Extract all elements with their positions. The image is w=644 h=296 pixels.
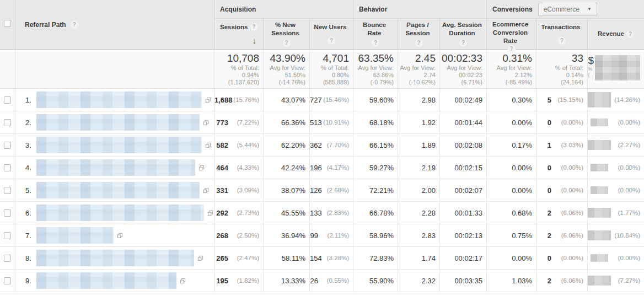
metric-headers: Acquisition Behavior Conversions eCommer… bbox=[214, 0, 644, 49]
row-checkbox[interactable] bbox=[4, 119, 11, 126]
sessions-percent: (5.44%) bbox=[228, 142, 259, 148]
ecommerce-conversion-rate-cell: 0.00% bbox=[486, 179, 536, 201]
help-icon[interactable]: ? bbox=[328, 37, 335, 45]
open-in-new-icon[interactable] bbox=[117, 233, 123, 239]
open-in-new-icon[interactable] bbox=[203, 187, 209, 193]
help-icon[interactable]: ? bbox=[626, 30, 634, 38]
sessions-cell: 331 (3.09%) bbox=[214, 179, 263, 201]
column-header-sessions[interactable]: Sessions ? ↓ bbox=[214, 19, 263, 49]
avg-session-duration-value: 00:01:33 bbox=[454, 209, 482, 217]
row-checkbox[interactable] bbox=[4, 209, 11, 217]
row-checkbox[interactable] bbox=[4, 255, 11, 262]
help-icon[interactable]: ? bbox=[372, 39, 379, 47]
new-users-percent: (7.70%) bbox=[322, 142, 349, 148]
open-in-new-icon[interactable] bbox=[205, 142, 211, 148]
column-header-revenue[interactable]: Revenue ? bbox=[587, 19, 644, 49]
sessions-percent: (1.82%) bbox=[228, 277, 259, 284]
totals-bounce-rate: 63.35% Avg for View: 63.86% (-0.79%) bbox=[353, 50, 398, 88]
help-icon[interactable]: ? bbox=[250, 23, 258, 31]
pages-session-cell: 1.74 bbox=[398, 247, 439, 269]
column-label: Bounce Rate bbox=[356, 21, 393, 37]
revenue-cell: (0.00%) bbox=[587, 179, 644, 201]
transactions-value: 2 bbox=[548, 232, 551, 240]
new-users-percent: (4.17%) bbox=[322, 164, 349, 171]
sessions-cell: 464 (4.33%) bbox=[214, 157, 263, 179]
new-users-cell: 513 (10.91%) bbox=[309, 111, 353, 133]
open-in-new-icon[interactable] bbox=[207, 210, 213, 216]
row-checkbox[interactable] bbox=[4, 164, 11, 171]
transactions-cell: 2 (6.06%) bbox=[536, 270, 587, 292]
referral-path-cell: 1. bbox=[15, 89, 214, 111]
column-header-new-users[interactable]: New Users ? bbox=[309, 19, 353, 49]
row-checkbox-cell bbox=[0, 179, 15, 201]
ecommerce-conversion-rate-value: 0.00% bbox=[512, 164, 532, 172]
open-in-new-icon[interactable] bbox=[203, 120, 209, 126]
revenue-percent: (0.00%) bbox=[608, 187, 640, 193]
referral-path-cell: 8. bbox=[15, 247, 214, 269]
sessions-value: 464 bbox=[216, 164, 228, 172]
help-icon[interactable]: ? bbox=[459, 39, 467, 47]
help-icon[interactable]: ? bbox=[71, 21, 78, 29]
open-in-new-icon[interactable] bbox=[180, 278, 186, 284]
ecommerce-conversion-rate-cell: 0.30% bbox=[486, 89, 536, 111]
help-icon[interactable]: ? bbox=[415, 39, 423, 47]
pages-session-cell: 1.92 bbox=[398, 111, 439, 133]
pct-new-sessions-value: 66.36% bbox=[281, 119, 305, 127]
referral-path-cell: 4. bbox=[15, 157, 214, 179]
redacted-referral-path bbox=[36, 204, 204, 221]
totals-value: 63.35% bbox=[358, 52, 394, 64]
transactions-percent: (15.15%) bbox=[551, 96, 583, 103]
row-rank: 9. bbox=[25, 277, 34, 285]
open-in-new-icon[interactable] bbox=[205, 97, 211, 103]
open-in-new-icon[interactable] bbox=[198, 165, 205, 171]
avg-session-duration-value: 00:02:49 bbox=[454, 96, 482, 104]
avg-session-duration-value: 00:02:08 bbox=[454, 141, 482, 149]
redacted-referral-path bbox=[36, 182, 200, 198]
ecommerce-conversion-rate-cell: 0.68% bbox=[486, 202, 536, 224]
ecommerce-conversion-rate-value: 0.00% bbox=[512, 254, 532, 262]
row-checkbox[interactable] bbox=[4, 142, 11, 149]
revenue-cell: (0.00%) bbox=[587, 157, 644, 179]
pct-new-sessions-value: 43.07% bbox=[281, 96, 305, 104]
totals-revenue-currency: $ % ( bbox=[588, 55, 594, 78]
totals-pct-new-sessions: 43.90% Avg for View: 51.50% (-14.76%) bbox=[263, 50, 309, 88]
column-header-pages-session[interactable]: Pages / Session ? bbox=[398, 19, 439, 49]
column-header-transactions[interactable]: Transactions ? bbox=[536, 19, 587, 49]
bounce-rate-cell: 66.78% bbox=[353, 202, 398, 224]
sessions-percent: (2.50%) bbox=[228, 232, 259, 239]
help-icon[interactable]: ? bbox=[283, 39, 291, 47]
totals-dimension-cell bbox=[15, 50, 214, 88]
column-header-ecommerce-conversion-rate[interactable]: Ecommerce Conversion Rate ? bbox=[486, 19, 536, 49]
sessions-cell: 582 (5.44%) bbox=[214, 134, 263, 156]
open-in-new-icon[interactable] bbox=[197, 255, 203, 261]
conversions-goal-selector[interactable]: eCommerce ▼ bbox=[538, 3, 597, 16]
row-checkbox[interactable] bbox=[4, 96, 11, 104]
pages-session-value: 2.83 bbox=[422, 232, 436, 240]
help-icon[interactable]: ? bbox=[558, 37, 566, 45]
ecommerce-conversion-rate-cell: 0.00% bbox=[486, 111, 536, 133]
revenue-cell: (2.27%) bbox=[587, 134, 644, 156]
row-checkbox-cell bbox=[0, 134, 15, 156]
revenue-percent: (2.27%) bbox=[611, 142, 640, 148]
sessions-value: 773 bbox=[216, 119, 228, 127]
column-header-pct-new-sessions[interactable]: % New Sessions ? bbox=[263, 19, 309, 49]
sort-descending-icon[interactable]: ↓ bbox=[253, 36, 257, 45]
row-checkbox[interactable] bbox=[4, 187, 11, 194]
table-row: 9. 195 (1.82%) 13.33% 26 (0.55%) 55.90% … bbox=[0, 270, 644, 292]
column-header-bounce-rate[interactable]: Bounce Rate ? bbox=[353, 19, 398, 49]
bounce-rate-cell: 68.18% bbox=[353, 111, 398, 133]
transactions-value: 0 bbox=[548, 254, 551, 262]
column-header-avg-session-duration[interactable]: Avg. Session Duration ? bbox=[439, 19, 486, 49]
row-checkbox-cell bbox=[0, 111, 15, 133]
revenue-cell: (0.00%) bbox=[587, 111, 644, 133]
row-rank: 5. bbox=[25, 186, 34, 195]
redacted-referral-path bbox=[36, 137, 202, 153]
row-checkbox[interactable] bbox=[4, 232, 11, 239]
select-all-checkbox[interactable] bbox=[4, 20, 11, 27]
avg-session-duration-cell: 00:02:08 bbox=[439, 134, 486, 156]
metric-column-row: Sessions ? ↓ % New Sessions ? New Users … bbox=[214, 19, 644, 49]
new-users-percent: (2.68%) bbox=[322, 187, 349, 193]
row-rank: 1. bbox=[25, 96, 34, 104]
transactions-value: 0 bbox=[548, 119, 551, 127]
row-checkbox[interactable] bbox=[4, 277, 11, 284]
